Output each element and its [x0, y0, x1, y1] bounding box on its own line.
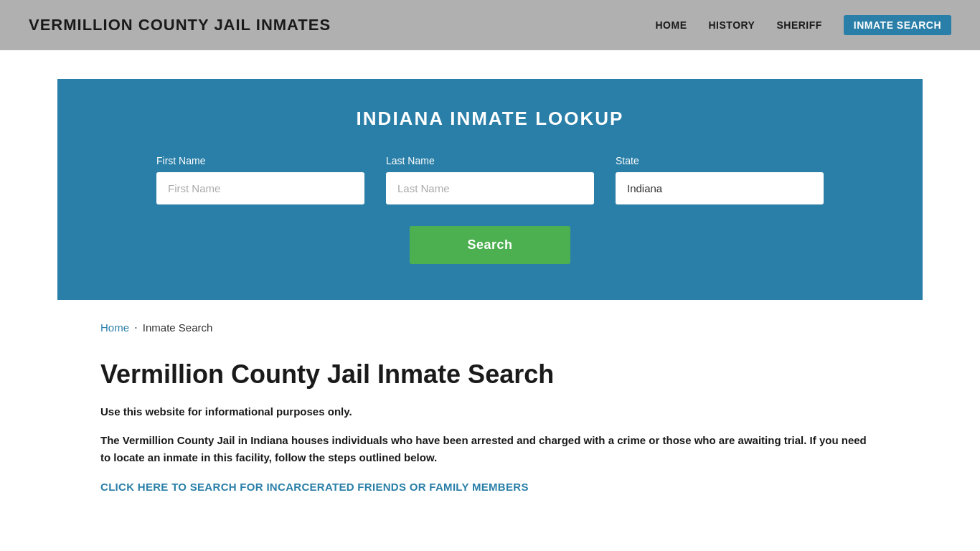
search-btn-row: Search: [115, 226, 865, 264]
breadcrumb-separator: •: [135, 324, 137, 331]
nav-inmate-search[interactable]: INMATE SEARCH: [844, 15, 951, 35]
breadcrumb-current: Inmate Search: [143, 321, 213, 334]
state-input[interactable]: [616, 172, 824, 204]
info-text-short: Use this website for informational purpo…: [100, 404, 880, 420]
last-name-group: Last Name: [386, 155, 594, 204]
state-label: State: [616, 155, 824, 166]
page-title: Vermillion County Jail Inmate Search: [100, 359, 880, 390]
breadcrumb-home[interactable]: Home: [100, 321, 129, 334]
info-text-long: The Vermillion County Jail in Indiana ho…: [100, 432, 880, 466]
search-banner: INDIANA INMATE LOOKUP First Name Last Na…: [57, 79, 923, 300]
first-name-input[interactable]: [156, 172, 364, 204]
first-name-group: First Name: [156, 155, 364, 204]
search-button[interactable]: Search: [410, 226, 570, 264]
nav-sheriff[interactable]: SHERIFF: [776, 19, 821, 31]
last-name-label: Last Name: [386, 155, 594, 166]
state-group: State: [616, 155, 824, 204]
site-title: VERMILLION COUNTY JAIL INMATES: [29, 16, 331, 34]
site-header: VERMILLION COUNTY JAIL INMATES HOME HIST…: [0, 0, 980, 50]
click-here-link[interactable]: CLICK HERE to Search for Incarcerated Fr…: [100, 481, 529, 493]
banner-title: INDIANA INMATE LOOKUP: [115, 108, 865, 130]
nav-history[interactable]: HISTORY: [709, 19, 755, 31]
first-name-label: First Name: [156, 155, 364, 166]
breadcrumb: Home • Inmate Search: [0, 300, 980, 344]
last-name-input[interactable]: [386, 172, 594, 204]
search-form-row: First Name Last Name State: [115, 155, 865, 204]
main-nav: HOME HISTORY SHERIFF INMATE SEARCH: [656, 15, 952, 35]
main-content: Vermillion County Jail Inmate Search Use…: [0, 344, 980, 522]
nav-home[interactable]: HOME: [656, 19, 687, 31]
